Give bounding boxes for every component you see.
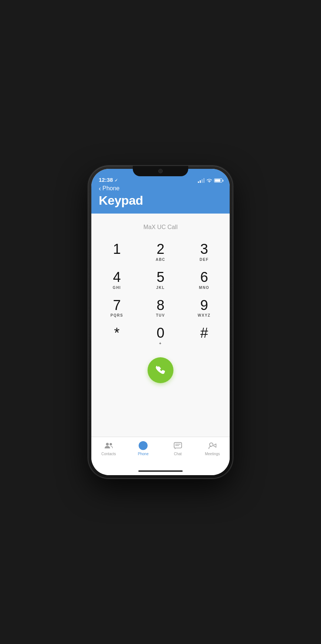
keypad-grid: 1 2 ABC 3 DEF 4 GHI 5 JKL [91, 238, 230, 350]
phone-screen: 12:38 [91, 169, 230, 475]
home-indicator [91, 467, 230, 475]
phone-frame: 12:38 [88, 166, 233, 478]
key-3[interactable]: 3 DEF [182, 238, 226, 266]
tab-phone[interactable]: Phone [126, 440, 161, 456]
meetings-tab-icon [207, 441, 217, 450]
tab-chat[interactable]: Chat [160, 440, 195, 456]
phone-tab-label: Phone [138, 452, 149, 456]
battery-icon [214, 178, 222, 183]
contacts-tab-icon [104, 441, 114, 450]
time-display: 12:38 [99, 177, 113, 183]
notch [133, 166, 188, 176]
key-6[interactable]: 6 MNO [182, 266, 226, 294]
meetings-tab-label: Meetings [205, 452, 220, 456]
key-8[interactable]: 8 TUV [139, 294, 182, 322]
phone-tab-icon [138, 441, 148, 450]
location-arrow-icon [114, 178, 118, 182]
tab-meetings[interactable]: Meetings [195, 440, 230, 456]
key-5[interactable]: 5 JKL [139, 266, 182, 294]
key-7[interactable]: 7 PQRS [95, 294, 139, 322]
status-time: 12:38 [99, 177, 118, 183]
contacts-tab-label: Contacts [101, 452, 116, 456]
key-star[interactable]: * [95, 322, 139, 350]
call-type-label: MaX UC Call [143, 224, 178, 231]
page-header: ‹ Phone Keypad [91, 185, 230, 214]
chat-tab-label: Chat [174, 452, 182, 456]
key-hash[interactable]: # [182, 322, 226, 350]
call-button-container [148, 357, 173, 383]
svg-point-1 [109, 443, 112, 446]
key-1[interactable]: 1 [95, 238, 139, 266]
back-chevron-icon: ‹ [99, 185, 101, 192]
call-button[interactable] [148, 357, 173, 383]
back-button[interactable]: ‹ Phone [99, 185, 222, 192]
key-0[interactable]: 0 + [139, 322, 182, 350]
status-icons [198, 178, 222, 183]
home-bar [138, 470, 183, 472]
phone-call-icon [155, 365, 166, 376]
chat-tab-icon [173, 441, 183, 450]
wifi-icon [206, 178, 212, 183]
tab-contacts[interactable]: Contacts [91, 440, 126, 456]
main-content: MaX UC Call 1 2 ABC 3 DEF 4 GHI [91, 214, 230, 437]
svg-point-0 [106, 443, 108, 446]
key-9[interactable]: 9 WXYZ [182, 294, 226, 322]
signal-icon [198, 178, 205, 183]
key-4[interactable]: 4 GHI [95, 266, 139, 294]
tab-bar: Contacts Phone Chat [91, 437, 230, 467]
svg-rect-3 [174, 443, 182, 448]
camera [158, 169, 163, 173]
page-title: Keypad [99, 193, 222, 208]
svg-point-6 [210, 443, 213, 446]
svg-point-2 [139, 441, 148, 450]
back-label: Phone [102, 185, 119, 192]
key-2[interactable]: 2 ABC [139, 238, 182, 266]
